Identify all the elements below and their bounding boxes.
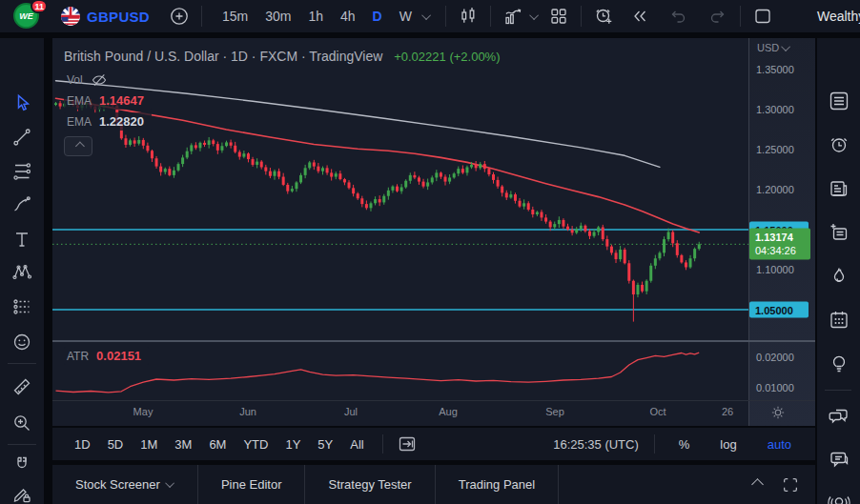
auto-scale-button[interactable]: auto: [761, 433, 798, 455]
price-axis-currency-dropdown[interactable]: USD: [757, 42, 790, 53]
tab-label: Strategy Tester: [328, 477, 411, 492]
magnet-tool[interactable]: [10, 454, 33, 476]
tab-label: Stock Screener: [75, 477, 160, 492]
xabcd-pattern-tool[interactable]: [10, 261, 33, 284]
range-5D[interactable]: 5D: [101, 433, 131, 455]
tabs-group: Stock ScreenerPine EditorStrategy Tester…: [52, 465, 559, 504]
log-scale-button[interactable]: log: [713, 433, 743, 455]
last-price-badge: 1.13174 04:34:26: [749, 229, 810, 260]
range-1M[interactable]: 1M: [133, 433, 164, 455]
drawing-mode-lock-icon[interactable]: [10, 483, 33, 504]
interval-4h[interactable]: 4h: [334, 5, 362, 28]
trend-line-tool[interactable]: [10, 126, 33, 149]
range-5Y[interactable]: 5Y: [311, 433, 339, 455]
text-tool[interactable]: [10, 228, 33, 251]
user-menu-button[interactable]: WE 11: [13, 3, 40, 30]
time-axis[interactable]: [52, 400, 815, 426]
ema-fast-legend-row[interactable]: EMA 1.14647: [64, 91, 152, 110]
cursor-tool[interactable]: [10, 91, 33, 114]
clock-utc[interactable]: 16:25:35 (UTC): [553, 437, 639, 452]
interval-W[interactable]: W: [393, 5, 419, 28]
go-to-date-button[interactable]: [393, 431, 421, 457]
toolbar-divider: [8, 363, 36, 364]
chart-style-candles-button[interactable]: [454, 3, 482, 30]
layout-grid-button[interactable]: [544, 3, 573, 30]
level-price-badge: 1.05000: [749, 302, 809, 318]
interval-dropdown-chevron[interactable]: [419, 3, 438, 30]
time-axis-label: Jul: [344, 406, 358, 417]
volume-legend-row: Vol: [64, 70, 115, 91]
save-layout-button[interactable]: [748, 3, 777, 30]
toolbar-divider: [445, 6, 446, 27]
pane-separator[interactable]: [52, 340, 815, 342]
volume-label: Vol: [67, 73, 83, 87]
interval-1h[interactable]: 1h: [301, 5, 330, 28]
atr-label: ATR: [67, 350, 89, 363]
range-All[interactable]: All: [343, 433, 370, 455]
ema-fast-value: 1.14647: [99, 93, 144, 108]
chart-pane[interactable]: USD 1.350001.300001.250001.200001.100000…: [52, 38, 815, 426]
forecast-tool[interactable]: [10, 295, 33, 318]
time-axis-label: Sep: [545, 406, 564, 417]
undo-button[interactable]: [664, 3, 692, 30]
tab-label: Trading Panel: [459, 477, 535, 492]
hotlists-flame-icon[interactable]: [828, 265, 850, 288]
interval-D[interactable]: D: [366, 5, 389, 28]
range-1Y[interactable]: 1Y: [278, 433, 307, 455]
measure-tool[interactable]: [10, 375, 33, 398]
ideas-lightbulb-icon[interactable]: [828, 353, 850, 375]
private-chat-icon[interactable]: [828, 448, 850, 471]
tab-label: Pine Editor: [221, 477, 282, 492]
notification-count-badge: 11: [31, 0, 48, 13]
interval-30m[interactable]: 30m: [258, 5, 297, 28]
bottom-panel-tabs: Stock ScreenerPine EditorStrategy Tester…: [52, 465, 815, 504]
percent-scale-button[interactable]: %: [672, 433, 697, 455]
symbol-search-button[interactable]: GBPUSD: [61, 7, 150, 26]
fullscreen-button[interactable]: [781, 475, 800, 494]
brush-tool[interactable]: [10, 193, 33, 216]
range-1D[interactable]: 1D: [68, 433, 97, 455]
time-axis-settings-gear-icon[interactable]: [769, 404, 787, 425]
chart-legend-title[interactable]: British Pound / U.S. Dollar · 1D · FXCM …: [64, 49, 501, 64]
replay-button[interactable]: [625, 3, 654, 30]
price-tick: 1.10000: [756, 264, 794, 275]
chart-plot[interactable]: [52, 38, 815, 426]
tab-pine-editor[interactable]: Pine Editor: [198, 465, 306, 504]
streams-icon[interactable]: [828, 492, 850, 504]
text-notes-icon[interactable]: [828, 221, 850, 244]
fib-retracement-tool[interactable]: [10, 160, 33, 183]
compare-add-symbol-button[interactable]: [165, 3, 194, 30]
alerts-icon[interactable]: [828, 133, 850, 156]
public-chats-icon[interactable]: [828, 404, 850, 427]
zoom-in-tool[interactable]: [10, 412, 33, 434]
ema-fast-label: EMA: [67, 94, 92, 108]
cloud-check-icon: [787, 6, 809, 27]
atr-value: 0.02151: [96, 349, 141, 363]
emoji-tool[interactable]: [10, 331, 33, 353]
redo-button[interactable]: [704, 3, 732, 30]
toolbar-divider: [490, 6, 491, 27]
volume-hidden-eye-icon[interactable]: [91, 71, 108, 89]
currency-label: USD: [757, 42, 779, 53]
interval-group: 15m30m1h4hDW: [215, 5, 419, 28]
create-alert-button[interactable]: [589, 3, 618, 30]
calendar-icon[interactable]: [828, 309, 850, 332]
account-name: Wealthy Educ...: [817, 9, 860, 24]
tab-trading-panel[interactable]: Trading Panel: [436, 465, 559, 504]
range-3M[interactable]: 3M: [168, 433, 198, 455]
indicators-dropdown-chevron[interactable]: [527, 3, 544, 30]
ema-slow-legend-row[interactable]: EMA 1.22820: [64, 112, 152, 131]
watchlist-icon[interactable]: [828, 90, 850, 112]
symbol-name: GBPUSD: [87, 9, 150, 25]
range-YTD[interactable]: YTD: [236, 433, 275, 455]
cloud-account-button[interactable]: Wealthy Educ...: [787, 6, 860, 27]
atr-legend-row[interactable]: ATR 0.02151: [64, 347, 149, 365]
indicators-button[interactable]: [499, 3, 527, 30]
tab-stock-screener[interactable]: Stock Screener: [52, 465, 198, 504]
range-6M[interactable]: 6M: [202, 433, 233, 455]
collapse-legend-button[interactable]: [64, 136, 92, 156]
expand-panel-chevron[interactable]: [753, 480, 762, 489]
news-icon[interactable]: [828, 177, 850, 200]
interval-15m[interactable]: 15m: [215, 5, 255, 28]
tab-strategy-tester[interactable]: Strategy Tester: [305, 465, 435, 504]
